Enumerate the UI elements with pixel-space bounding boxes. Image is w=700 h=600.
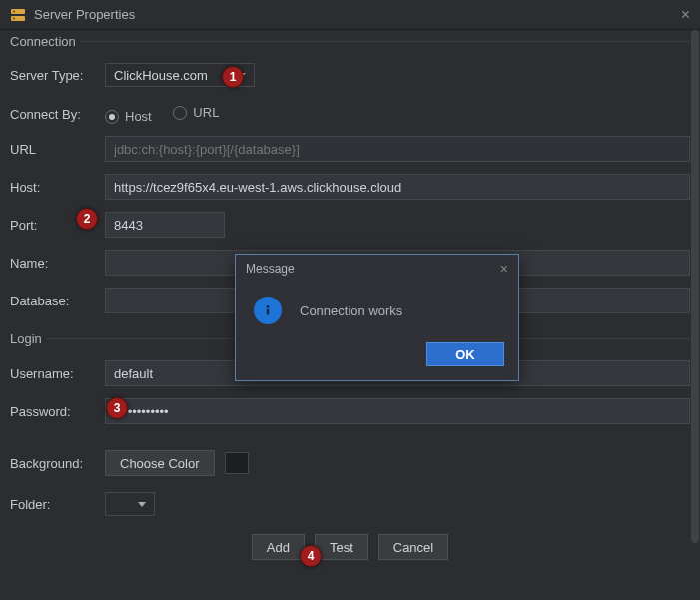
dialog-text: Connection works (300, 303, 402, 318)
test-button[interactable]: Test (315, 534, 368, 560)
server-icon (10, 7, 26, 23)
server-type-label: Server Type: (10, 68, 105, 83)
annotation-3: 3 (106, 397, 128, 419)
connect-by-host-radio[interactable]: Host (105, 109, 152, 124)
host-label: Host: (10, 180, 105, 195)
dialog-close-icon[interactable]: × (500, 261, 508, 277)
close-icon[interactable]: × (681, 6, 690, 24)
scrollbar-thumb[interactable] (691, 30, 699, 543)
titlebar: Server Properties × (0, 0, 700, 30)
dialog-title: Message (246, 262, 295, 276)
server-type-value: ClickHouse.com (114, 68, 208, 83)
folder-label: Folder: (10, 497, 105, 512)
svg-point-3 (13, 17, 15, 19)
connect-by-label: Connect By: (10, 107, 105, 122)
url-label: URL (10, 142, 105, 157)
scrollbar[interactable] (690, 30, 700, 600)
svg-rect-5 (267, 309, 269, 315)
svg-point-4 (267, 305, 270, 308)
connection-legend: Connection (10, 34, 80, 49)
login-legend: Login (10, 331, 46, 346)
port-input[interactable] (105, 212, 225, 238)
connect-by-url-radio[interactable]: URL (173, 105, 219, 120)
footer-buttons: Add Test Cancel (10, 534, 690, 560)
annotation-4: 4 (300, 545, 322, 567)
ok-button[interactable]: OK (426, 342, 504, 366)
host-input[interactable] (105, 174, 690, 200)
info-icon (254, 297, 282, 324)
svg-point-2 (13, 10, 15, 12)
url-input[interactable] (105, 136, 690, 162)
background-label: Background: (10, 456, 105, 471)
window-title: Server Properties (34, 7, 135, 22)
cancel-button[interactable]: Cancel (378, 534, 448, 560)
name-label: Name: (10, 256, 105, 271)
folder-dropdown[interactable] (105, 492, 155, 516)
database-label: Database: (10, 294, 105, 308)
password-input[interactable] (105, 398, 690, 424)
color-swatch[interactable] (225, 452, 249, 474)
choose-color-button[interactable]: Choose Color (105, 450, 215, 476)
annotation-2: 2 (76, 208, 98, 230)
radio-url-label: URL (193, 105, 219, 120)
radio-icon (105, 110, 119, 124)
annotation-1: 1 (222, 66, 244, 88)
chevron-down-icon (138, 502, 146, 507)
message-dialog: Message × Connection works OK (235, 254, 519, 381)
password-label: Password: (10, 404, 105, 419)
radio-icon (173, 106, 187, 120)
radio-host-label: Host (125, 109, 152, 124)
add-button[interactable]: Add (252, 534, 305, 560)
username-label: Username: (10, 366, 105, 381)
